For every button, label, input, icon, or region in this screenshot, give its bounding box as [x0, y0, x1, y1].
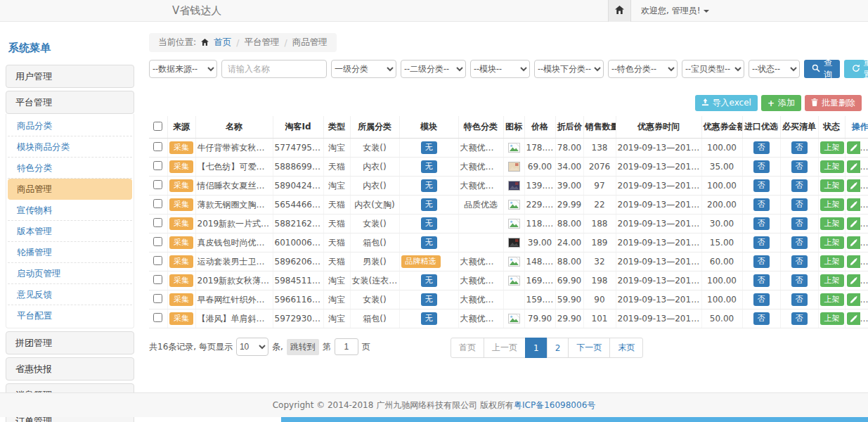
- user-menu[interactable]: 欢迎您, 管理员!: [641, 0, 709, 22]
- home-button[interactable]: [608, 0, 631, 22]
- edit-button[interactable]: [847, 274, 860, 287]
- pager-prev[interactable]: 上一页: [484, 338, 526, 358]
- row-checkbox[interactable]: [153, 256, 162, 265]
- import-select-badge[interactable]: 否: [753, 179, 770, 192]
- row-checkbox[interactable]: [153, 237, 162, 246]
- sidebar-item-3[interactable]: 商品管理: [8, 179, 132, 200]
- name-search-input[interactable]: [221, 60, 327, 78]
- sidebar-group-users[interactable]: 用户管理: [6, 65, 134, 88]
- must-buy-badge[interactable]: 否: [791, 255, 808, 268]
- breadcrumb-home-link[interactable]: 首页: [214, 37, 231, 49]
- sidebar-item-7[interactable]: 启动页管理: [8, 263, 132, 284]
- edit-button[interactable]: [847, 217, 860, 230]
- import-select-badge[interactable]: 否: [753, 141, 770, 154]
- row-checkbox[interactable]: [153, 161, 162, 170]
- edit-button[interactable]: [847, 141, 860, 154]
- filter-select-level1-category[interactable]: 一级分类: [331, 60, 396, 78]
- import-select-badge[interactable]: 否: [753, 293, 770, 306]
- row-checkbox[interactable]: [153, 313, 162, 322]
- page-number-input[interactable]: [335, 338, 358, 355]
- reset-button[interactable]: 重置: [844, 60, 868, 78]
- row-select-cell: [149, 252, 167, 271]
- sidebar-item-4[interactable]: 宣传物料: [8, 200, 132, 221]
- row-checkbox[interactable]: [153, 275, 162, 284]
- status-badge[interactable]: 上架: [820, 198, 844, 211]
- pager-next[interactable]: 下一页: [568, 338, 610, 358]
- import-select-badge[interactable]: 否: [753, 198, 770, 211]
- jump-button[interactable]: 跳转到: [287, 339, 319, 355]
- add-button[interactable]: + 添加: [761, 95, 801, 111]
- status-badge[interactable]: 上架: [820, 141, 844, 154]
- import-select-badge[interactable]: 否: [753, 160, 770, 173]
- edit-button[interactable]: [847, 236, 860, 249]
- sidebar-group-platform[interactable]: 平台管理: [6, 91, 134, 114]
- select-all-checkbox[interactable]: [153, 122, 162, 131]
- status-badge[interactable]: 上架: [820, 217, 844, 230]
- status-badge[interactable]: 上架: [820, 274, 844, 287]
- status-badge[interactable]: 上架: [820, 312, 844, 325]
- edit-button[interactable]: [847, 179, 860, 192]
- import-select-badge[interactable]: 否: [753, 217, 770, 230]
- sidebar-item-0[interactable]: 商品分类: [8, 115, 132, 136]
- row-checkbox[interactable]: [153, 180, 162, 189]
- sidebar-item-1[interactable]: 模块商品分类: [8, 136, 132, 158]
- status-badge[interactable]: 上架: [820, 236, 844, 249]
- batch-delete-button[interactable]: 批量删除: [805, 95, 862, 111]
- must-buy-badge[interactable]: 否: [791, 160, 808, 173]
- edit-button[interactable]: [847, 255, 860, 268]
- must-buy-badge[interactable]: 否: [791, 217, 808, 230]
- pager-page-2[interactable]: 2: [547, 338, 569, 358]
- sidebar-group-bottom-0[interactable]: 拼团管理: [6, 331, 134, 354]
- sidebar-item-2[interactable]: 特色分类: [8, 158, 132, 179]
- icp-link[interactable]: 粤ICP备16098006号: [514, 399, 595, 411]
- filter-select-level2-category[interactable]: --二级分类--: [401, 60, 466, 78]
- import-excel-button[interactable]: 导入excel: [695, 95, 758, 111]
- sidebar-item-9[interactable]: 平台配置: [8, 305, 132, 326]
- filter-select-module-sub-category[interactable]: --模块下分类--: [534, 60, 604, 78]
- status-badge[interactable]: 上架: [820, 179, 844, 192]
- search-button[interactable]: 查询: [804, 60, 840, 78]
- must-buy-badge[interactable]: 否: [791, 179, 808, 192]
- feature-category: 品质优选: [458, 196, 503, 215]
- pager-first[interactable]: 首页: [451, 338, 484, 358]
- pager-page-1[interactable]: 1: [525, 338, 548, 358]
- edit-button[interactable]: [847, 198, 860, 211]
- per-page-select[interactable]: 10: [236, 338, 268, 356]
- shop-type: 天猫: [323, 252, 350, 271]
- edit-button[interactable]: [847, 293, 860, 306]
- must-buy-badge[interactable]: 否: [791, 293, 808, 306]
- filter-select-feature-category[interactable]: --特色分类--: [608, 60, 678, 78]
- must-buy-badge[interactable]: 否: [791, 198, 808, 211]
- must-buy-badge[interactable]: 否: [791, 312, 808, 325]
- column-header-2: 淘客Id: [273, 116, 323, 139]
- import-select-badge[interactable]: 否: [753, 255, 770, 268]
- sidebar-item-6[interactable]: 轮播管理: [8, 242, 132, 263]
- sidebar-item-5[interactable]: 版本管理: [8, 221, 132, 242]
- import-select-badge[interactable]: 否: [753, 274, 770, 287]
- sidebar-group-bottom-1[interactable]: 省惠快报: [6, 357, 134, 381]
- must-buy-badge[interactable]: 否: [791, 236, 808, 249]
- status-badge[interactable]: 上架: [820, 293, 844, 306]
- status-badge[interactable]: 上架: [820, 255, 844, 268]
- table-row: 采集2019新款女秋薄款...598451162391淘宝女装(连衣裙)无大额优…: [149, 271, 868, 290]
- pager-last[interactable]: 末页: [609, 338, 643, 358]
- must-buy-badge[interactable]: 否: [791, 141, 808, 154]
- edit-button[interactable]: [847, 312, 860, 325]
- row-checkbox[interactable]: [153, 199, 162, 208]
- row-checkbox[interactable]: [153, 294, 162, 303]
- sidebar-item-8[interactable]: 意见反馈: [8, 284, 132, 305]
- row-checkbox[interactable]: [153, 142, 162, 151]
- filter-select-status[interactable]: --状态--: [749, 60, 800, 78]
- must-buy-badge[interactable]: 否: [791, 274, 808, 287]
- filter-select-module[interactable]: --模块--: [470, 60, 530, 78]
- import-select-badge[interactable]: 否: [753, 236, 770, 249]
- row-select-cell: [149, 271, 167, 290]
- status-badge[interactable]: 上架: [820, 160, 844, 173]
- filter-select-data-source[interactable]: --数据来源--: [149, 60, 217, 78]
- filter-select-goods-type[interactable]: --宝贝类型--: [682, 60, 744, 78]
- import-select-badge[interactable]: 否: [753, 312, 770, 325]
- edit-button[interactable]: [847, 160, 860, 173]
- breadcrumb-item: 商品管理: [292, 37, 328, 49]
- product-name: 2019新款一片式系...: [195, 215, 273, 234]
- row-checkbox[interactable]: [153, 218, 162, 227]
